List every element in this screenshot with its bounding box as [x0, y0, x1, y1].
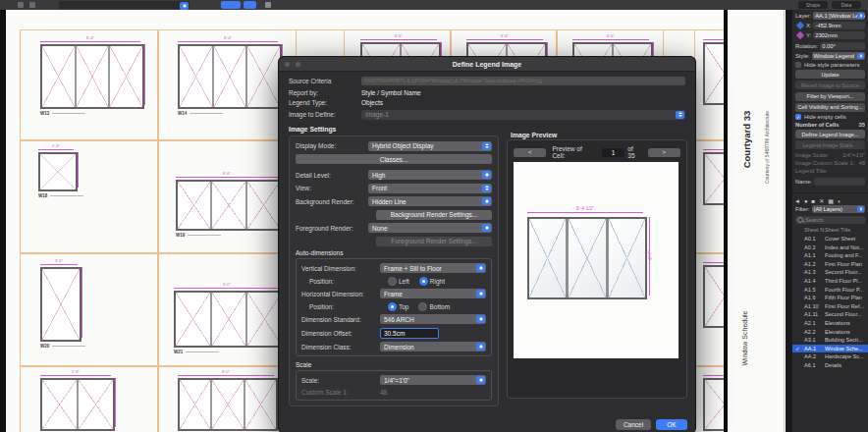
sheet-row[interactable]: A1.2First Floor Plan — [792, 260, 868, 269]
sheet-row[interactable]: A0.1Cover Sheet — [792, 235, 868, 243]
view-dropdown[interactable]: Front — [368, 184, 492, 193]
sheet-row[interactable]: A2.1Elevations — [792, 319, 868, 328]
position-right-radio[interactable] — [419, 277, 428, 286]
y-coordinate-field[interactable]: 2302mm — [813, 31, 865, 39]
tool-icon[interactable] — [29, 2, 35, 8]
dimension-line — [81, 267, 85, 338]
sheet-number: A1.3 — [804, 269, 825, 275]
sheet-title: First Floor Plan — [825, 261, 868, 267]
vertical-dimension-dropdown[interactable]: Frame + Sill to Floor — [380, 263, 486, 273]
background-render-settings-button[interactable]: Background Render Settings... — [376, 210, 492, 220]
of-total-label: of 35 — [627, 145, 641, 159]
sheet-row[interactable]: A1.1Footing and F... — [792, 251, 868, 260]
position-label: Position: — [301, 303, 388, 310]
sheet-number: AA.2 — [804, 353, 825, 359]
close-icon[interactable]: ✕ — [819, 197, 824, 204]
sheet-row[interactable]: A1.4Third Floor Pl... — [792, 277, 868, 286]
sheet-number-column[interactable]: Sheet N... — [804, 227, 825, 233]
revert-image-button[interactable]: Revert Image to Source — [795, 81, 865, 89]
layer-dropdown[interactable]: AA.1 [Window Legend] — [813, 12, 865, 20]
navigation-toolbar: ◄●■✕▦◐ — [792, 196, 868, 205]
position-bottom-radio[interactable] — [418, 302, 427, 311]
source-criteria-field[interactable]: ((NOTINVPORT) & ((PON='Window') & ('Wind… — [361, 77, 685, 85]
filter-by-viewport-button[interactable]: Filter by Viewport... — [795, 92, 865, 101]
dimension-class-dropdown[interactable]: Dimension — [380, 342, 486, 351]
window-drawing — [703, 378, 726, 431]
next-cell-button[interactable]: > — [648, 148, 680, 157]
style-dropdown[interactable]: Window Legend — [812, 52, 866, 60]
toolbar-dropdown[interactable] — [59, 1, 190, 9]
x-coordinate-field[interactable]: -452.9mm — [813, 22, 865, 29]
filter-dropdown[interactable]: (All Layers) — [812, 205, 866, 213]
top-option-label: Top — [399, 303, 408, 310]
horizontal-dimension-dropdown[interactable]: Frame — [380, 289, 486, 298]
window-drawing — [178, 44, 282, 109]
sheet-row[interactable]: A0.2Index and Not... — [792, 243, 868, 251]
square-icon[interactable]: ■ — [812, 198, 816, 204]
dimension-line — [703, 257, 726, 263]
tool-icon[interactable] — [18, 2, 24, 8]
ok-button[interactable]: OK — [656, 419, 687, 430]
sheet-list-header[interactable]: Sheet N... Sheet Title — [792, 226, 868, 235]
legend-cell: 2'-8"W18 — [20, 139, 159, 254]
sheet-row[interactable]: ✓AA.1Window Sche... — [792, 345, 868, 353]
cancel-button[interactable]: Cancel — [616, 419, 651, 430]
sheet-row[interactable]: A1.3Second Floor... — [792, 268, 868, 277]
preview-cell-input[interactable]: 1 — [602, 148, 625, 157]
hide-style-parameters-checkbox[interactable] — [795, 62, 801, 68]
dimension-offset-input[interactable]: 30.5cm — [380, 328, 439, 339]
sheet-row[interactable]: A1.5Fourth Floor P... — [792, 285, 868, 294]
foreground-render-dropdown[interactable]: None — [368, 223, 492, 233]
image-scale-label: Image Scale: — [795, 152, 841, 158]
scale-dropdown[interactable]: 1/4"=1'0" — [380, 375, 486, 385]
sheet-row[interactable]: A1.10First Floor Ref... — [792, 302, 868, 311]
sheet-row[interactable]: A1.11Second Floor... — [792, 310, 868, 319]
left-option-label: Left — [399, 278, 409, 285]
previous-cell-button[interactable]: < — [514, 148, 546, 157]
legend-image-scale-button[interactable]: Legend Image Scale... — [795, 140, 865, 149]
foreground-render-settings-button[interactable]: Foreground Render Settings... — [376, 237, 492, 246]
cell-visibility-button[interactable]: Cell Visibility and Sorting... — [795, 103, 865, 112]
sheet-row[interactable]: A6.1Details — [792, 361, 868, 370]
rotation-field[interactable]: 0.00° — [820, 42, 865, 50]
sheet-row[interactable]: A2.2Elevations — [792, 327, 868, 336]
position-top-radio[interactable] — [388, 302, 397, 311]
image-to-define-dropdown[interactable]: Image-1 — [361, 110, 685, 120]
hide-empty-cells-checkbox[interactable]: ✓ — [795, 114, 801, 120]
dimension-line: 3'-0" — [40, 259, 78, 265]
sheet-title-column[interactable]: Sheet Title — [825, 227, 868, 233]
top-toolbar: Shape Data — [0, 0, 868, 10]
contrast-icon[interactable]: ◐ — [838, 198, 841, 204]
number-of-cells-value: 35 — [859, 122, 865, 128]
stepper-icon — [180, 2, 189, 10]
detail-level-dropdown[interactable]: High — [368, 170, 492, 180]
grid-icon[interactable]: ▦ — [828, 197, 834, 204]
define-legend-image-button[interactable]: Define Legend Image... — [795, 130, 865, 138]
search-input[interactable]: Search — [795, 216, 865, 224]
flag-icon[interactable]: ◄ — [794, 198, 800, 204]
oip-tab-data[interactable]: Data — [832, 1, 861, 9]
window-id-label: W21 — [174, 350, 219, 354]
name-field[interactable] — [814, 178, 865, 186]
dimension-line: 5'-8" — [40, 370, 111, 376]
sheet-title: Cover Sheet — [825, 236, 868, 242]
sheet-row[interactable]: A3.1Building Secti... — [792, 336, 868, 345]
dialog-titlebar[interactable]: Define Legend Image — [279, 57, 695, 72]
sheet-row[interactable]: A1.6Fifth Floor Plan — [792, 294, 868, 302]
window-drawing — [703, 42, 726, 105]
sheet-row[interactable]: AA.2Hardscape Sc... — [792, 352, 868, 361]
display-mode-dropdown[interactable]: Hybrid Object Display — [368, 141, 492, 151]
circle-icon[interactable]: ● — [804, 198, 808, 204]
toolbar-mode-button[interactable] — [221, 1, 241, 9]
window-id-label: W18 — [38, 193, 83, 198]
classes-button[interactable]: Classes... — [296, 154, 492, 164]
toolbar-mode-button-2[interactable] — [244, 1, 256, 9]
horizontal-dimension-label: Horizontal Dimension: — [301, 291, 380, 297]
background-render-dropdown[interactable]: Hidden Line — [368, 196, 492, 206]
oip-tab-shape[interactable]: Shape — [798, 1, 828, 9]
sheet-number: A2.2 — [804, 329, 825, 335]
legend-cell: 9'-0"W21 — [157, 252, 297, 367]
update-button[interactable]: Update — [795, 70, 865, 79]
dimension-standard-dropdown[interactable]: 546 ARCH — [380, 314, 486, 324]
position-left-radio[interactable] — [388, 277, 397, 286]
